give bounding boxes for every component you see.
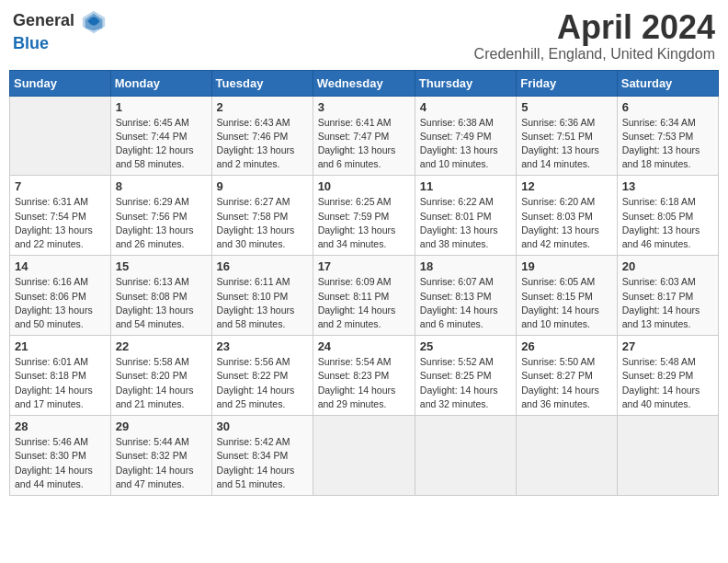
day-info: Sunrise: 6:11 AMSunset: 8:10 PMDaylight:…: [217, 275, 308, 331]
calendar-cell: 5Sunrise: 6:36 AMSunset: 7:51 PMDaylight…: [517, 96, 618, 176]
day-info: Sunrise: 6:31 AMSunset: 7:54 PMDaylight:…: [15, 195, 106, 251]
day-number: 29: [116, 419, 207, 433]
day-number: 2: [217, 100, 308, 114]
calendar-cell: 18Sunrise: 6:07 AMSunset: 8:13 PMDayligh…: [415, 256, 516, 336]
logo: General Blue: [13, 9, 107, 53]
day-info: Sunrise: 6:34 AMSunset: 7:53 PMDaylight:…: [622, 116, 713, 172]
day-info: Sunrise: 6:43 AMSunset: 7:46 PMDaylight:…: [217, 116, 308, 172]
calendar-cell: 7Sunrise: 6:31 AMSunset: 7:54 PMDaylight…: [10, 176, 111, 256]
calendar-cell: 1Sunrise: 6:45 AMSunset: 7:44 PMDaylight…: [110, 96, 211, 176]
calendar-cell: 2Sunrise: 6:43 AMSunset: 7:46 PMDaylight…: [211, 96, 313, 176]
day-number: 30: [217, 419, 308, 433]
day-info: Sunrise: 6:38 AMSunset: 7:49 PMDaylight:…: [420, 116, 511, 172]
day-info: Sunrise: 6:36 AMSunset: 7:51 PMDaylight:…: [521, 116, 612, 172]
day-info: Sunrise: 6:18 AMSunset: 8:05 PMDaylight:…: [622, 195, 713, 251]
day-number: 3: [318, 100, 410, 114]
day-number: 25: [420, 339, 511, 353]
calendar-cell: 6Sunrise: 6:34 AMSunset: 7:53 PMDaylight…: [617, 96, 718, 176]
weekday-header-row: SundayMondayTuesdayWednesdayThursdayFrid…: [10, 70, 719, 96]
weekday-header-thursday: Thursday: [415, 70, 516, 96]
day-info: Sunrise: 5:58 AMSunset: 8:20 PMDaylight:…: [116, 355, 207, 411]
calendar-cell: 4Sunrise: 6:38 AMSunset: 7:49 PMDaylight…: [415, 96, 516, 176]
day-number: 5: [521, 100, 612, 114]
day-info: Sunrise: 5:44 AMSunset: 8:32 PMDaylight:…: [116, 435, 207, 491]
calendar-cell: 12Sunrise: 6:20 AMSunset: 8:03 PMDayligh…: [517, 176, 618, 256]
day-info: Sunrise: 6:16 AMSunset: 8:06 PMDaylight:…: [15, 275, 106, 331]
calendar-week-row: 21Sunrise: 6:01 AMSunset: 8:18 PMDayligh…: [10, 336, 719, 416]
day-number: 17: [318, 259, 410, 273]
calendar-cell: 8Sunrise: 6:29 AMSunset: 7:56 PMDaylight…: [110, 176, 211, 256]
weekday-header-tuesday: Tuesday: [211, 70, 313, 96]
day-number: 13: [622, 179, 713, 193]
title-block: April 2024 Credenhill, England, United K…: [474, 9, 715, 63]
calendar-cell: [313, 416, 415, 496]
day-info: Sunrise: 5:42 AMSunset: 8:34 PMDaylight:…: [217, 435, 308, 491]
day-info: Sunrise: 6:45 AMSunset: 7:44 PMDaylight:…: [116, 116, 207, 172]
calendar-body: 1Sunrise: 6:45 AMSunset: 7:44 PMDaylight…: [10, 96, 719, 495]
calendar-cell: 15Sunrise: 6:13 AMSunset: 8:08 PMDayligh…: [110, 256, 211, 336]
day-number: 1: [116, 100, 207, 114]
day-info: Sunrise: 5:48 AMSunset: 8:29 PMDaylight:…: [622, 355, 713, 411]
calendar-week-row: 14Sunrise: 6:16 AMSunset: 8:06 PMDayligh…: [10, 256, 719, 336]
calendar-cell: 28Sunrise: 5:46 AMSunset: 8:30 PMDayligh…: [10, 416, 111, 496]
calendar-header: SundayMondayTuesdayWednesdayThursdayFrid…: [10, 70, 719, 96]
calendar-cell: 25Sunrise: 5:52 AMSunset: 8:25 PMDayligh…: [415, 336, 516, 416]
calendar-cell: [10, 96, 111, 176]
day-info: Sunrise: 6:07 AMSunset: 8:13 PMDaylight:…: [420, 275, 511, 331]
day-info: Sunrise: 5:56 AMSunset: 8:22 PMDaylight:…: [217, 355, 308, 411]
calendar-cell: 29Sunrise: 5:44 AMSunset: 8:32 PMDayligh…: [110, 416, 211, 496]
logo-general: General: [13, 9, 107, 35]
day-info: Sunrise: 6:41 AMSunset: 7:47 PMDaylight:…: [318, 116, 410, 172]
day-number: 20: [622, 259, 713, 273]
calendar-cell: 16Sunrise: 6:11 AMSunset: 8:10 PMDayligh…: [211, 256, 313, 336]
weekday-header-friday: Friday: [517, 70, 618, 96]
calendar-cell: 10Sunrise: 6:25 AMSunset: 7:59 PMDayligh…: [313, 176, 415, 256]
calendar-cell: 23Sunrise: 5:56 AMSunset: 8:22 PMDayligh…: [211, 336, 313, 416]
day-info: Sunrise: 5:52 AMSunset: 8:25 PMDaylight:…: [420, 355, 511, 411]
day-info: Sunrise: 6:27 AMSunset: 7:58 PMDaylight:…: [217, 195, 308, 251]
day-number: 9: [217, 179, 308, 193]
calendar-cell: 9Sunrise: 6:27 AMSunset: 7:58 PMDaylight…: [211, 176, 313, 256]
day-number: 19: [521, 259, 612, 273]
calendar: SundayMondayTuesdayWednesdayThursdayFrid…: [9, 70, 719, 496]
calendar-cell: 21Sunrise: 6:01 AMSunset: 8:18 PMDayligh…: [10, 336, 111, 416]
calendar-cell: 22Sunrise: 5:58 AMSunset: 8:20 PMDayligh…: [110, 336, 211, 416]
day-info: Sunrise: 6:13 AMSunset: 8:08 PMDaylight:…: [116, 275, 207, 331]
day-info: Sunrise: 6:09 AMSunset: 8:11 PMDaylight:…: [318, 275, 410, 331]
day-number: 8: [116, 179, 207, 193]
calendar-cell: 13Sunrise: 6:18 AMSunset: 8:05 PMDayligh…: [617, 176, 718, 256]
calendar-cell: 19Sunrise: 6:05 AMSunset: 8:15 PMDayligh…: [517, 256, 618, 336]
day-number: 11: [420, 179, 511, 193]
day-number: 6: [622, 100, 713, 114]
calendar-cell: 20Sunrise: 6:03 AMSunset: 8:17 PMDayligh…: [617, 256, 718, 336]
calendar-week-row: 28Sunrise: 5:46 AMSunset: 8:30 PMDayligh…: [10, 416, 719, 496]
day-number: 4: [420, 100, 511, 114]
day-number: 24: [318, 339, 410, 353]
calendar-cell: 17Sunrise: 6:09 AMSunset: 8:11 PMDayligh…: [313, 256, 415, 336]
day-info: Sunrise: 6:05 AMSunset: 8:15 PMDaylight:…: [521, 275, 612, 331]
day-number: 22: [116, 339, 207, 353]
page-subtitle: Credenhill, England, United Kingdom: [474, 46, 715, 63]
calendar-cell: 26Sunrise: 5:50 AMSunset: 8:27 PMDayligh…: [517, 336, 618, 416]
calendar-cell: 3Sunrise: 6:41 AMSunset: 7:47 PMDaylight…: [313, 96, 415, 176]
day-number: 23: [217, 339, 308, 353]
logo-icon: [81, 9, 107, 35]
calendar-cell: [415, 416, 516, 496]
day-number: 14: [15, 259, 106, 273]
logo-blue: Blue: [13, 35, 107, 53]
calendar-cell: 11Sunrise: 6:22 AMSunset: 8:01 PMDayligh…: [415, 176, 516, 256]
weekday-header-saturday: Saturday: [617, 70, 718, 96]
calendar-week-row: 1Sunrise: 6:45 AMSunset: 7:44 PMDaylight…: [10, 96, 719, 176]
calendar-cell: 24Sunrise: 5:54 AMSunset: 8:23 PMDayligh…: [313, 336, 415, 416]
day-number: 7: [15, 179, 106, 193]
weekday-header-monday: Monday: [110, 70, 211, 96]
day-info: Sunrise: 6:03 AMSunset: 8:17 PMDaylight:…: [622, 275, 713, 331]
day-info: Sunrise: 6:29 AMSunset: 7:56 PMDaylight:…: [116, 195, 207, 251]
day-info: Sunrise: 6:01 AMSunset: 8:18 PMDaylight:…: [15, 355, 106, 411]
day-info: Sunrise: 5:54 AMSunset: 8:23 PMDaylight:…: [318, 355, 410, 411]
day-info: Sunrise: 5:46 AMSunset: 8:30 PMDaylight:…: [15, 435, 106, 491]
day-number: 18: [420, 259, 511, 273]
day-number: 28: [15, 419, 106, 433]
weekday-header-sunday: Sunday: [10, 70, 111, 96]
day-info: Sunrise: 5:50 AMSunset: 8:27 PMDaylight:…: [521, 355, 612, 411]
